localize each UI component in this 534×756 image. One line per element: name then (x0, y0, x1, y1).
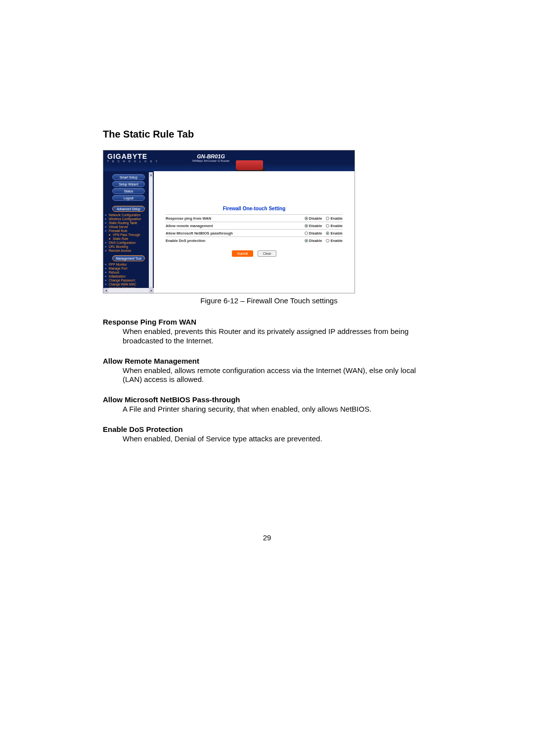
advanced-setup-button[interactable]: Advanced Setup (112, 206, 145, 212)
scroll-left-icon[interactable]: ◂ (103, 288, 108, 293)
radio-label: Enable (330, 238, 343, 243)
definition-title: Response Ping From WAN (103, 318, 435, 326)
radio-dot-icon (305, 217, 308, 220)
definition-body: When enabled, Denial of Service type att… (103, 434, 435, 444)
radio-label: Enable (330, 224, 343, 228)
radio-dot-icon (305, 232, 308, 235)
status-button[interactable]: Status (112, 188, 145, 194)
definition-netbios: Allow Microsoft NetBIOS Pass-through A F… (103, 395, 435, 414)
radio-disable[interactable]: Disable (305, 216, 322, 221)
screenshot-header: GIGABYTE T E C H N O L O G Y GN-BR01G 54… (103, 150, 355, 171)
sidebar-item-remote-access[interactable]: Remote Access (105, 248, 152, 252)
definition-title: Allow Remote Management (103, 357, 435, 365)
brand-logo: GIGABYTE (107, 152, 168, 160)
smart-setup-button[interactable]: Smart Setup (112, 174, 145, 180)
horizontal-scrollbar[interactable]: ◂ ▸ (103, 288, 154, 293)
setting-row-dos: Enable DoS protection Disable Enable (166, 236, 343, 244)
scroll-right-icon[interactable]: ▸ (149, 288, 154, 293)
scroll-up-icon[interactable]: ▴ (149, 172, 153, 177)
setting-label: Response ping from WAN (166, 216, 305, 221)
sidebar-item-dns-config[interactable]: DNS Configuration (105, 240, 152, 244)
definition-dos: Enable DoS Protection When enabled, Deni… (103, 425, 435, 444)
sidebar-item-virtual-server[interactable]: Virtual Server (105, 225, 152, 229)
submit-button[interactable]: Submit (232, 250, 254, 257)
radio-enable[interactable]: Enable (326, 224, 343, 228)
brand-logo-subtitle: T E C H N O L O G Y (107, 160, 168, 163)
radio-disable[interactable]: Disable (305, 231, 322, 236)
radio-label: Disable (309, 224, 322, 228)
setting-row-remote-mgmt: Allow remote management Disable Enable (166, 222, 343, 229)
radio-dot-icon (326, 232, 329, 235)
radio-dot-icon (326, 224, 329, 228)
radio-label: Enable (330, 216, 343, 221)
sidebar-item-initialization[interactable]: Initialization (105, 274, 152, 278)
radio-dot-icon (305, 224, 308, 228)
sidebar-item-ppp-monitor[interactable]: PPP Monitor (105, 262, 152, 266)
definition-body: When enabled, allows remote configuratio… (103, 366, 435, 385)
product-model: GN-BR01G (192, 153, 229, 159)
radio-enable[interactable]: Enable (326, 231, 343, 236)
sidebar-item-reboot[interactable]: Reboot (105, 270, 152, 274)
setting-label: Allow Microsoft NetBIOS passthrough (166, 231, 305, 236)
radio-label: Disable (309, 238, 322, 243)
radio-enable[interactable]: Enable (326, 238, 343, 243)
sidebar-item-change-wan-mac[interactable]: Change WAN MAC (105, 282, 152, 286)
radio-dot-icon (326, 217, 329, 220)
sidebar-item-static-routing[interactable]: Static Routing Table (105, 221, 152, 225)
radio-enable[interactable]: Enable (326, 216, 343, 221)
radio-label: Disable (309, 216, 322, 221)
radio-disable[interactable]: Disable (305, 224, 322, 228)
setting-row-netbios: Allow Microsoft NetBIOS passthrough Disa… (166, 229, 343, 236)
sidebar-nav: ▴ ▾ Smart Setup Setup Wizard Status Logo… (103, 171, 154, 293)
setting-row-response-ping: Response ping from WAN Disable Enable (166, 214, 343, 222)
sidebar-item-network-config[interactable]: Network Configuration (105, 213, 152, 217)
definition-title: Enable DoS Protection (103, 425, 435, 433)
setting-label: Allow remote management (166, 224, 305, 228)
definition-body: A File and Printer sharing security, tha… (103, 405, 435, 414)
setting-label: Enable DoS protection (166, 238, 305, 243)
logout-button[interactable]: Logout (112, 195, 145, 201)
radio-label: Enable (330, 231, 343, 236)
setup-wizard-button[interactable]: Setup Wizard (112, 181, 145, 187)
sidebar-subitem-static-rule[interactable]: Static Rule (105, 236, 152, 240)
sidebar-item-change-password[interactable]: Change Password (105, 278, 152, 282)
definition-title: Allow Microsoft NetBIOS Pass-through (103, 395, 435, 404)
router-image (236, 154, 266, 170)
figure-caption: Figure 6-12 – Firewall One Touch setting… (103, 296, 435, 305)
sidebar-item-wireless-config[interactable]: Wireless Configuration (105, 217, 152, 221)
router-admin-screenshot: GIGABYTE T E C H N O L O G Y GN-BR01G 54… (103, 150, 355, 293)
main-panel-title: Firewall One-touch Setting (154, 206, 355, 211)
radio-disable[interactable]: Disable (305, 238, 322, 243)
page-title: The Static Rule Tab (103, 129, 435, 140)
definition-response-ping: Response Ping From WAN When enabled, pre… (103, 318, 435, 346)
sidebar-item-firewall-rule[interactable]: Firewall Rule (105, 229, 152, 233)
product-description: 54Mbps AirCruiser G Router (192, 159, 229, 162)
sidebar-item-url-blocking[interactable]: URL Blocking (105, 244, 152, 248)
definition-body: When enabled, prevents this Router and i… (103, 327, 435, 346)
page-number: 29 (0, 533, 534, 542)
clear-button[interactable]: Clear (258, 250, 277, 257)
sidebar-subitem-vpn-passthrough[interactable]: VPN Pass Through (105, 233, 152, 236)
sidebar-item-manage-port[interactable]: Manage Port (105, 266, 152, 270)
definition-remote-mgmt: Allow Remote Management When enabled, al… (103, 357, 435, 385)
main-content: Firewall One-touch Setting Response ping… (154, 171, 355, 293)
management-tool-button[interactable]: Management Tool (112, 255, 145, 261)
radio-label: Disable (309, 231, 322, 236)
radio-dot-icon (305, 239, 308, 242)
radio-dot-icon (326, 239, 329, 242)
